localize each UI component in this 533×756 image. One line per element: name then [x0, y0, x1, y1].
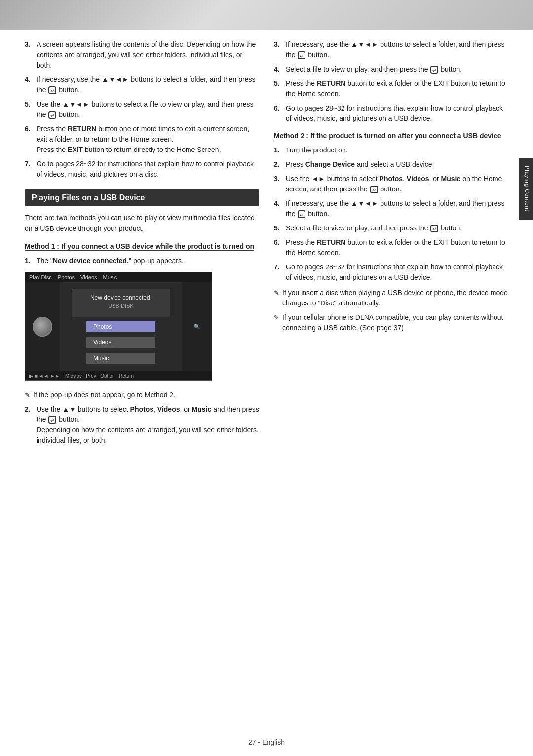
ui-right-placeholder: 🔍	[194, 324, 200, 329]
menu-music: Music	[86, 353, 155, 364]
method1-steps: 1. The "New device connected." pop-up ap…	[25, 256, 259, 266]
m2-step-3: 3. Use the ◄► buttons to select Photos, …	[274, 174, 508, 194]
enter-icon: ↵	[48, 86, 56, 94]
method1-step-2: 2. Use the ▲▼ buttons to select Photos, …	[25, 404, 259, 446]
r-step-5-text: Press the RETURN button to exit a folder…	[286, 78, 508, 99]
enter-m2-3: ↵	[370, 186, 378, 193]
enter-m2-5: ↵	[430, 225, 438, 232]
section-header: Playing Files on a USB Device	[25, 189, 259, 206]
ui-bottom-info: ▶ ■ ◄◄ ►► Midway · Prev Option Return	[29, 373, 134, 378]
right-top-steps: 3. If necessary, use the ▲▼◄► buttons to…	[274, 39, 508, 124]
enter-icon-3: ↵	[48, 416, 56, 424]
ui-bottombar: ▶ ■ ◄◄ ►► Midway · Prev Option Return	[25, 371, 212, 380]
step-5-num: 5.	[25, 99, 37, 120]
step-6-num: 6.	[25, 124, 37, 155]
ui-screenshot-mock: Play Disc Photos Videos Music New device…	[25, 272, 212, 381]
r-step-4: 4. Select a file to view or play, and th…	[274, 64, 508, 75]
step-3-num: 3.	[25, 39, 37, 71]
ui-popup-area: New device connected. USB DISK Photos Vi…	[60, 282, 182, 371]
r-step-3-num: 3.	[274, 39, 286, 60]
menu-photos: Photos	[86, 321, 155, 332]
page-footer: 27 - English	[0, 738, 533, 746]
right-note-1-text: If you insert a disc when playing a USB …	[282, 288, 508, 308]
m2-step-6: 6. Press the RETURN button to exit a fol…	[274, 237, 508, 258]
method1-step-2-num: 2.	[25, 404, 37, 446]
m2-step-6-num: 6.	[274, 237, 286, 258]
topbar-playdisk: Play Disc	[29, 274, 52, 280]
topbar-videos: Videos	[80, 274, 97, 280]
r-step-3: 3. If necessary, use the ▲▼◄► buttons to…	[274, 39, 508, 60]
method1-step-1-num: 1.	[25, 256, 37, 266]
disc-icon	[33, 317, 52, 337]
enter-m2-4: ↵	[298, 210, 305, 218]
m2-step-3-text: Use the ◄► buttons to select Photos, Vid…	[286, 174, 508, 194]
method2-steps: 1. Turn the product on. 2. Press Change …	[274, 145, 508, 283]
method1-step2-list: 2. Use the ▲▼ buttons to select Photos, …	[25, 404, 259, 446]
top-steps-list: 3. A screen appears listing the contents…	[25, 39, 259, 180]
step-6: 6. Press the RETURN button one or more t…	[25, 124, 259, 155]
m2-step-1-num: 1.	[274, 145, 286, 155]
left-column: 3. A screen appears listing the contents…	[25, 39, 259, 451]
note-popup-text: If the pop-up does not appear, go to Met…	[33, 390, 175, 400]
method1-header: Method 1 : If you connect a USB device w…	[25, 241, 259, 252]
m2-step-2: 2. Press Change Device and select a USB …	[274, 159, 508, 170]
right-note-1: ✎ If you insert a disc when playing a US…	[274, 288, 508, 308]
m2-step-7-num: 7.	[274, 262, 286, 283]
step-7-text: Go to pages 28~32 for instructions that …	[37, 159, 259, 180]
ui-right-area: 🔍	[182, 282, 212, 371]
topbar-photos: Photos	[58, 274, 75, 280]
r-step-4-text: Select a file to view or play, and then …	[286, 64, 508, 75]
r-step-3-text: If necessary, use the ▲▼◄► buttons to se…	[286, 39, 508, 60]
note-icon-r1: ✎	[274, 288, 279, 298]
step-7: 7. Go to pages 28~32 for instructions th…	[25, 159, 259, 180]
m2-step-2-text: Press Change Device and select a USB dev…	[286, 159, 508, 170]
step-4: 4. If necessary, use the ▲▼◄► buttons to…	[25, 75, 259, 95]
enter-r3: ↵	[298, 51, 305, 59]
m2-step-5-text: Select a file to view or play, and then …	[286, 223, 508, 233]
ui-body: New device connected. USB DISK Photos Vi…	[25, 282, 212, 371]
step-6-text: Press the RETURN button one or more time…	[37, 124, 259, 155]
enter-icon-2: ↵	[48, 111, 56, 119]
method1-step-1-text: The "New device connected." pop-up appea…	[37, 256, 259, 266]
ui-disc-area	[25, 282, 60, 371]
menu-videos: Videos	[86, 337, 155, 348]
m2-step-6-text: Press the RETURN button to exit a folder…	[286, 237, 508, 258]
r-step-5-num: 5.	[274, 78, 286, 99]
sidebar-tab: Playing Content	[519, 158, 533, 220]
m2-step-1: 1. Turn the product on.	[274, 145, 508, 155]
r-step-6-num: 6.	[274, 103, 286, 124]
step-5-text: Use the ▲▼◄► buttons to select a file to…	[37, 99, 259, 120]
step-5: 5. Use the ▲▼◄► buttons to select a file…	[25, 99, 259, 120]
enter-r4: ↵	[430, 66, 438, 74]
method1-step-1: 1. The "New device connected." pop-up ap…	[25, 256, 259, 266]
m2-step-4: 4. If necessary, use the ▲▼◄► buttons to…	[274, 198, 508, 219]
note-icon-1: ✎	[25, 390, 30, 400]
m2-step-3-num: 3.	[274, 174, 286, 194]
step-7-num: 7.	[25, 159, 37, 180]
m2-step-4-num: 4.	[274, 198, 286, 219]
m2-step-7: 7. Go to pages 28~32 for instructions th…	[274, 262, 508, 283]
right-note-2-text: If your cellular phone is DLNA compatibl…	[282, 312, 508, 333]
right-column: 3. If necessary, use the ▲▼◄► buttons to…	[274, 39, 508, 451]
ui-topbar: Play Disc Photos Videos Music	[25, 272, 212, 282]
m2-step-4-text: If necessary, use the ▲▼◄► buttons to se…	[286, 198, 508, 219]
r-step-4-num: 4.	[274, 64, 286, 75]
m2-step-5: 5. Select a file to view or play, and th…	[274, 223, 508, 233]
step-3-text: A screen appears listing the contents of…	[37, 39, 259, 71]
r-step-6-text: Go to pages 28~32 for instructions that …	[286, 103, 508, 124]
step-4-num: 4.	[25, 75, 37, 95]
note-popup: ✎ If the pop-up does not appear, go to M…	[25, 390, 259, 400]
m2-step-7-text: Go to pages 28~32 for instructions that …	[286, 262, 508, 283]
step-3: 3. A screen appears listing the contents…	[25, 39, 259, 71]
m2-step-1-text: Turn the product on.	[286, 145, 508, 155]
topbar-music: Music	[103, 274, 117, 280]
r-step-5: 5. Press the RETURN button to exit a fol…	[274, 78, 508, 99]
popup-title: New device connected.	[82, 294, 160, 301]
intro-text: There are two methods you can use to pla…	[25, 212, 259, 234]
note-icon-r2: ✎	[274, 313, 279, 323]
new-device-popup: New device connected. USB DISK	[72, 289, 170, 317]
right-note-2: ✎ If your cellular phone is DLNA compati…	[274, 312, 508, 333]
r-step-6: 6. Go to pages 28~32 for instructions th…	[274, 103, 508, 124]
method1-step-2-text: Use the ▲▼ buttons to select Photos, Vid…	[37, 404, 259, 446]
step-4-text: If necessary, use the ▲▼◄► buttons to se…	[37, 75, 259, 95]
